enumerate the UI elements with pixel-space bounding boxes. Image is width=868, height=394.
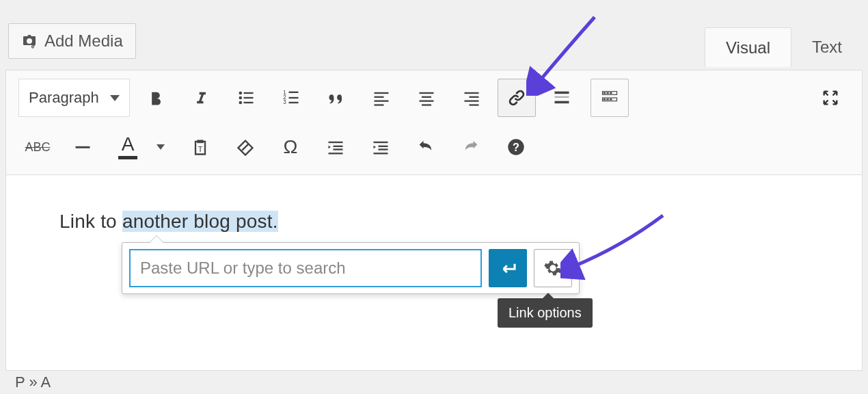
svg-rect-7 xyxy=(288,92,298,93)
svg-rect-20 xyxy=(464,92,478,94)
bold-button[interactable] xyxy=(137,79,175,117)
svg-rect-37 xyxy=(329,142,343,143)
align-center-button[interactable] xyxy=(407,79,446,117)
link-url-input[interactable] xyxy=(129,249,482,287)
editor-text: Link to another blog post. xyxy=(59,211,278,233)
indent-button[interactable] xyxy=(362,128,400,166)
svg-rect-1 xyxy=(243,92,253,94)
clear-formatting-button[interactable] xyxy=(226,128,265,166)
svg-rect-23 xyxy=(469,104,478,105)
numbered-list-button[interactable]: 123 xyxy=(272,79,310,117)
camera-music-icon xyxy=(21,33,38,49)
svg-rect-24 xyxy=(554,92,569,94)
svg-rect-28 xyxy=(603,92,606,94)
element-path-a[interactable]: A xyxy=(41,373,51,391)
read-more-button[interactable] xyxy=(543,79,581,117)
svg-text:T: T xyxy=(198,144,203,153)
svg-rect-44 xyxy=(374,153,388,154)
svg-rect-30 xyxy=(610,92,612,94)
svg-rect-5 xyxy=(243,102,253,103)
svg-rect-17 xyxy=(422,96,431,98)
svg-rect-16 xyxy=(419,92,433,94)
outdent-button[interactable] xyxy=(316,128,355,166)
add-media-label: Add Media xyxy=(44,31,123,51)
bullet-list-button[interactable] xyxy=(227,79,265,117)
svg-text:?: ? xyxy=(513,141,519,153)
chevron-down-icon xyxy=(110,95,120,101)
paragraph-select[interactable]: Paragraph xyxy=(18,79,130,117)
svg-text:3: 3 xyxy=(283,99,286,105)
svg-rect-19 xyxy=(422,104,431,105)
redo-button[interactable] xyxy=(452,128,490,166)
svg-rect-42 xyxy=(379,146,388,147)
svg-rect-29 xyxy=(606,92,609,94)
svg-rect-33 xyxy=(606,98,609,100)
strikethrough-button[interactable]: ABC xyxy=(18,128,57,166)
text-color-button[interactable]: A xyxy=(109,128,147,166)
fullscreen-button[interactable] xyxy=(811,79,850,117)
svg-rect-43 xyxy=(379,148,388,150)
svg-rect-21 xyxy=(469,96,478,98)
editor-toolbar: Paragraph 123 ABC A T Ω xyxy=(5,70,863,175)
element-path: P » A xyxy=(15,373,51,391)
svg-rect-12 xyxy=(374,92,388,94)
italic-button[interactable] xyxy=(182,79,220,117)
svg-rect-40 xyxy=(329,153,343,154)
align-right-button[interactable] xyxy=(452,79,491,117)
svg-rect-25 xyxy=(554,96,569,98)
undo-button[interactable] xyxy=(407,128,445,166)
svg-rect-22 xyxy=(464,101,478,102)
svg-rect-14 xyxy=(374,101,388,102)
svg-rect-41 xyxy=(374,142,388,143)
horizontal-rule-button[interactable] xyxy=(64,128,102,166)
svg-rect-9 xyxy=(288,97,298,98)
paste-as-text-button[interactable]: T xyxy=(181,128,219,166)
svg-point-2 xyxy=(239,96,242,100)
text-color-dropdown[interactable] xyxy=(147,128,174,166)
tooltip-link-options: Link options xyxy=(498,298,593,328)
selected-text: another blog post. xyxy=(122,211,278,232)
special-character-button[interactable]: Ω xyxy=(271,128,310,166)
enter-icon xyxy=(498,258,518,278)
svg-rect-3 xyxy=(243,97,253,98)
svg-rect-18 xyxy=(419,101,433,102)
chevron-down-icon xyxy=(157,144,165,150)
svg-point-0 xyxy=(239,92,242,95)
svg-rect-15 xyxy=(374,104,383,105)
svg-point-4 xyxy=(239,101,242,105)
svg-rect-39 xyxy=(334,148,343,150)
svg-rect-13 xyxy=(374,96,383,98)
svg-rect-38 xyxy=(334,146,343,147)
svg-rect-35 xyxy=(76,146,90,148)
gear-icon xyxy=(543,259,562,278)
blockquote-button[interactable] xyxy=(317,79,355,117)
element-path-p[interactable]: P xyxy=(15,373,25,391)
tab-text[interactable]: Text xyxy=(791,27,863,67)
link-apply-button[interactable] xyxy=(489,249,527,287)
link-options-button[interactable] xyxy=(534,249,572,287)
editor-tabs: Visual Text xyxy=(705,27,863,67)
align-left-button[interactable] xyxy=(362,79,401,117)
help-button[interactable]: ? xyxy=(497,128,535,166)
svg-rect-32 xyxy=(603,98,606,100)
svg-rect-26 xyxy=(554,101,569,104)
add-media-button[interactable]: Add Media xyxy=(8,23,136,59)
tab-visual[interactable]: Visual xyxy=(705,27,791,67)
svg-rect-11 xyxy=(288,102,298,103)
link-inline-popup xyxy=(122,242,580,294)
toolbar-toggle-button[interactable] xyxy=(591,79,629,117)
svg-rect-34 xyxy=(610,98,612,100)
link-button[interactable] xyxy=(498,79,536,117)
